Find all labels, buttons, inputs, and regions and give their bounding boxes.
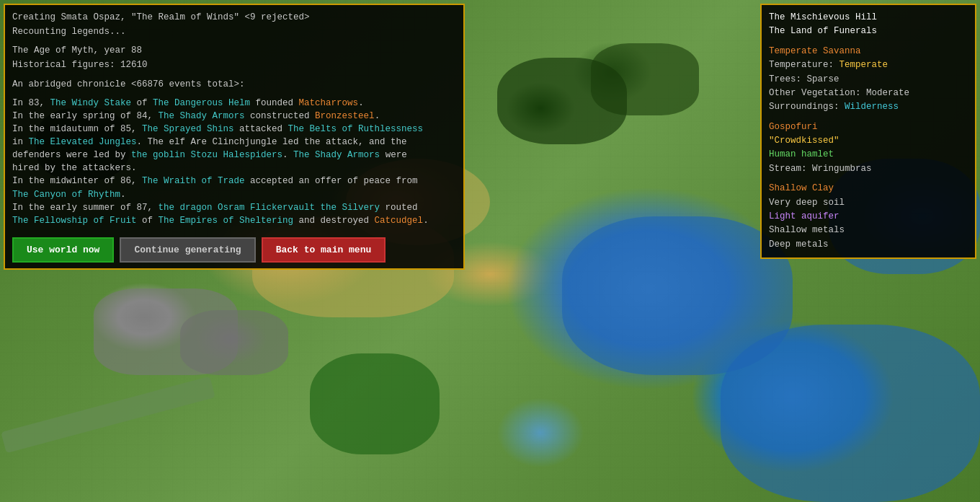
info-stream: Stream: Wringumbras [769, 162, 968, 176]
log-panel: Creating Smata Ospaz, "The Realm of Wind… [4, 4, 465, 270]
continue-generating-button[interactable]: Continue generating [120, 237, 255, 263]
info-surroundings: Surroundings: Wilderness [769, 100, 968, 114]
info-other-veg: Other Vegetation: Moderate [769, 87, 968, 100]
event-line-4: in The Elevated Jungles. The elf Are Cli… [12, 136, 456, 149]
event-line-10: The Fellowship of Fruit of The Empires o… [12, 214, 456, 227]
info-panel: The Mischievous Hill The Land of Funeral… [760, 4, 976, 259]
info-biome: Temperate Savanna [769, 45, 968, 58]
info-metals-deep: Deep metals [769, 238, 968, 252]
event-line-3: In the midautumn of 85, The Sprayed Shin… [12, 123, 456, 136]
event-line-6: hired by the attackers. [12, 162, 456, 175]
log-age: The Age of Myth, year 88 [12, 44, 456, 57]
event-line-9: In the early summer of 87, the dragon Os… [12, 201, 456, 214]
info-site-name: Gospofuri [769, 120, 968, 134]
log-figures: Historical figures: 12610 [12, 58, 456, 71]
event-line-1: In 83, The Windy Stake of The Dangerous … [12, 97, 456, 110]
info-soil-depth: Very deep soil [769, 196, 968, 210]
info-aquifer: Light aquifer [769, 210, 968, 224]
use-world-button[interactable]: Use world now [12, 237, 114, 263]
info-location-line2: The Land of Funerals [769, 25, 968, 38]
info-trees: Trees: Sparse [769, 73, 968, 87]
info-site-nickname: "Crowdkissed" [769, 134, 968, 148]
forest-area-3 [591, 43, 699, 115]
event-line-7: In the midwinter of 86, The Wraith of Tr… [12, 175, 456, 188]
water-body-2 [721, 325, 980, 502]
info-location-line1: The Mischievous Hill [769, 11, 968, 25]
mountain-area-2 [180, 310, 288, 375]
log-header-1: Creating Smata Ospaz, "The Realm of Wind… [12, 11, 456, 24]
event-line-2: In the early spring of 84, The Shady Arm… [12, 110, 456, 123]
lush-area [310, 353, 440, 454]
log-chronicle: An abridged chronicle <66876 events tota… [12, 78, 456, 91]
info-site-type: Human hamlet [769, 148, 968, 162]
info-temperature: Temperature: Temperate [769, 58, 968, 72]
event-line-5: defenders were led by the goblin Stozu H… [12, 149, 456, 162]
log-header-2: Recounting legends... [12, 25, 456, 38]
buttons-row: Use world now Continue generating Back t… [12, 237, 456, 263]
event-line-8: The Canyon of Rhythm. [12, 188, 456, 201]
info-metals-shallow: Shallow metals [769, 224, 968, 237]
back-to-menu-button[interactable]: Back to main menu [262, 237, 386, 263]
info-soil-type: Shallow Clay [769, 182, 968, 195]
